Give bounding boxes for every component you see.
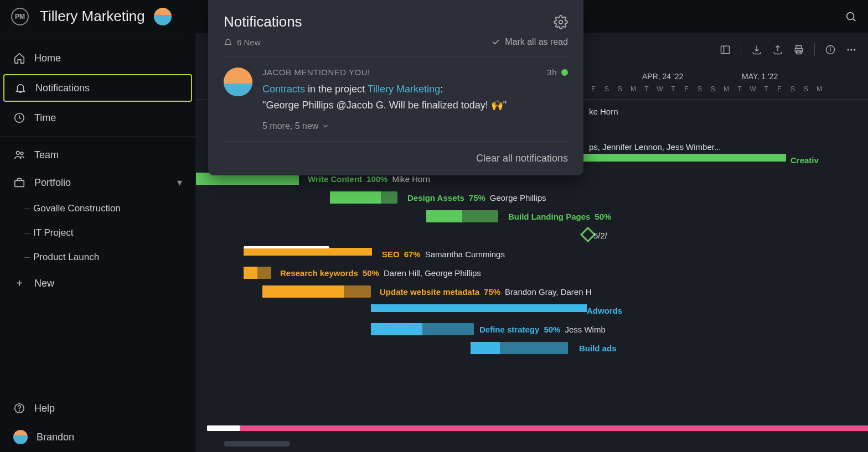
notification-time: 3h bbox=[547, 67, 568, 77]
team-icon bbox=[13, 149, 25, 161]
link-project[interactable]: Tillery Marketing bbox=[368, 84, 440, 95]
month-label: APR, 24 '22 bbox=[642, 72, 683, 81]
svg-point-16 bbox=[848, 49, 849, 50]
task-label: Research keywords50%Daren Hill, George P… bbox=[280, 267, 481, 279]
avatar bbox=[224, 67, 252, 96]
svg-point-17 bbox=[850, 49, 852, 50]
avatar[interactable] bbox=[154, 8, 172, 25]
mark-all-read-button[interactable]: Mark all as read bbox=[492, 37, 568, 47]
gantt-row[interactable]: Research keywords50%Daren Hill, George P… bbox=[196, 267, 868, 281]
check-icon bbox=[492, 38, 500, 46]
sidebar-item-time[interactable]: Time bbox=[0, 104, 195, 132]
day-label: M bbox=[720, 85, 733, 93]
svg-rect-8 bbox=[721, 46, 730, 53]
portfolio-sub-product[interactable]: Product Launch bbox=[0, 245, 195, 269]
app-logo[interactable]: PM bbox=[11, 8, 29, 25]
gantt-row[interactable]: Update website metadata75%Brandon Gray, … bbox=[196, 285, 868, 300]
day-label: M bbox=[813, 85, 826, 93]
summary-bar[interactable] bbox=[244, 248, 372, 256]
sidebar-user[interactable]: Brandon bbox=[0, 422, 195, 452]
day-label: T bbox=[666, 85, 680, 93]
task-bar[interactable] bbox=[330, 191, 397, 204]
day-label: T bbox=[640, 85, 653, 93]
plus-icon: + bbox=[13, 277, 25, 290]
nav-label: Time bbox=[34, 112, 56, 124]
help-icon bbox=[13, 402, 25, 414]
nav-label: Home bbox=[34, 53, 61, 64]
task-label: Update website metadata75%Brandon Gray, … bbox=[380, 285, 592, 298]
nav-label: Portfolio bbox=[34, 177, 71, 189]
day-label: S bbox=[600, 85, 613, 93]
gantt-row[interactable]: SEO67%Samantha Cummings bbox=[196, 248, 868, 262]
task-label: ke Horn bbox=[589, 105, 618, 117]
notifications-panel: Notifications 6 New Mark all as read JAC… bbox=[208, 0, 583, 175]
gantt-row[interactable]: Adwords bbox=[196, 304, 868, 319]
task-label: Design Assets75%George Phillips bbox=[407, 191, 546, 204]
chevron-down-icon: ▾ bbox=[177, 176, 182, 189]
sidebar-new[interactable]: + New bbox=[0, 269, 195, 298]
task-label: 5/2/ bbox=[593, 229, 607, 241]
nav-label: Notifications bbox=[35, 82, 90, 94]
info-icon[interactable] bbox=[825, 44, 836, 55]
month-label: MAY, 1 '22 bbox=[742, 72, 778, 81]
day-label: T bbox=[733, 85, 746, 93]
nav-label: Brandon bbox=[37, 432, 74, 443]
export-icon[interactable] bbox=[772, 44, 783, 55]
panel-icon[interactable] bbox=[720, 44, 731, 55]
clock-icon bbox=[13, 112, 25, 124]
sidebar-item-portfolio[interactable]: Portfolio ▾ bbox=[0, 169, 195, 196]
nav-label: Help bbox=[34, 403, 55, 414]
search-icon[interactable] bbox=[845, 11, 857, 23]
day-label: T bbox=[760, 85, 773, 93]
toolbar bbox=[720, 43, 857, 56]
task-label: ps, Jennifer Lennon, Jess Wimber... bbox=[589, 141, 721, 153]
svg-point-19 bbox=[559, 20, 563, 24]
expand-more-button[interactable]: 5 more, 5 new bbox=[262, 121, 568, 131]
more-icon[interactable] bbox=[846, 44, 857, 55]
gear-icon[interactable] bbox=[554, 15, 568, 29]
divider bbox=[741, 43, 741, 56]
task-bar[interactable] bbox=[244, 267, 271, 279]
bell-icon bbox=[224, 38, 232, 46]
gantt-row[interactable]: 5/2/ bbox=[196, 229, 868, 243]
day-label: F bbox=[680, 85, 693, 93]
task-bar[interactable] bbox=[262, 285, 371, 298]
svg-line-1 bbox=[853, 19, 855, 21]
portfolio-sub-it[interactable]: IT Project bbox=[0, 221, 195, 245]
svg-rect-5 bbox=[15, 180, 24, 186]
gantt-row[interactable]: Build ads bbox=[196, 342, 868, 356]
day-label: S bbox=[786, 85, 799, 93]
task-bar[interactable] bbox=[426, 210, 498, 222]
project-title[interactable]: Tillery Marketing bbox=[40, 8, 145, 25]
import-icon[interactable] bbox=[751, 44, 762, 55]
svg-point-0 bbox=[847, 12, 854, 19]
gantt-row[interactable]: Build Landing Pages50% bbox=[196, 210, 868, 225]
task-bar[interactable] bbox=[471, 342, 568, 354]
sidebar-item-notifications[interactable]: Notifications bbox=[3, 74, 192, 102]
day-label: W bbox=[653, 85, 666, 93]
unread-dot-icon bbox=[561, 69, 568, 76]
notification-item[interactable]: JACOB MENTIONED YOU! 3h Contracts in the… bbox=[224, 56, 568, 134]
gantt-row[interactable]: Define strategy50%Jess Wimb bbox=[196, 323, 868, 337]
home-icon bbox=[13, 52, 25, 64]
task-bar[interactable] bbox=[371, 323, 474, 335]
h-scrollbar[interactable] bbox=[224, 441, 290, 446]
day-label: S bbox=[799, 85, 813, 93]
gantt-row[interactable]: Design Assets75%George Phillips bbox=[196, 191, 868, 206]
summary-bar[interactable] bbox=[371, 304, 587, 312]
notifications-count: 6 New bbox=[224, 38, 261, 47]
sidebar-item-team[interactable]: Team bbox=[0, 141, 195, 169]
day-label: F bbox=[773, 85, 786, 93]
notifications-title: Notifications bbox=[224, 13, 302, 30]
portfolio-sub-govalle[interactable]: Govalle Construction bbox=[0, 196, 195, 221]
clear-all-button[interactable]: Clear all notifications bbox=[476, 153, 568, 164]
sidebar-help[interactable]: Help bbox=[0, 394, 195, 422]
task-label: Build ads bbox=[579, 342, 617, 354]
sidebar-item-home[interactable]: Home bbox=[0, 44, 195, 72]
notification-text: Contracts in the project Tillery Marketi… bbox=[262, 81, 568, 113]
task-label: Define strategy50%Jess Wimb bbox=[479, 323, 606, 335]
day-label: M bbox=[627, 85, 640, 93]
link-contracts[interactable]: Contracts bbox=[262, 84, 305, 95]
print-icon[interactable] bbox=[793, 44, 804, 55]
task-label: Creativ bbox=[790, 154, 819, 166]
